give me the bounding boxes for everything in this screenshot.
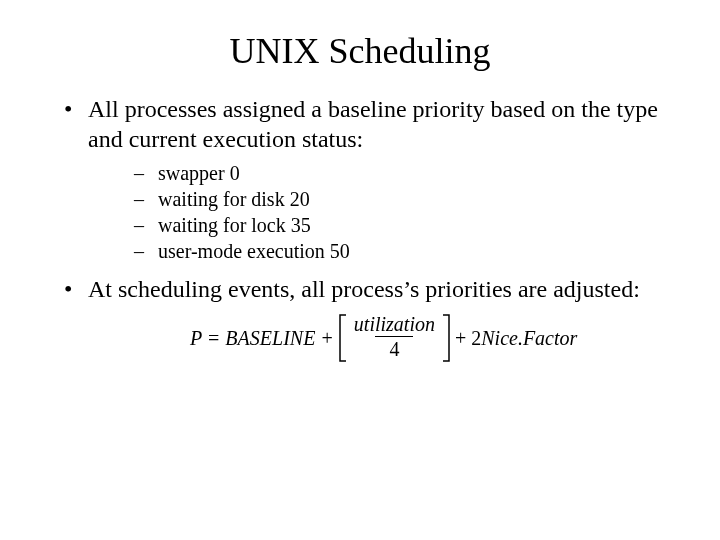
formula-rest: Nice.Factor (481, 327, 577, 349)
formula-two: 2 (471, 327, 481, 349)
sub-bullet-list: swapper 0 waiting for disk 20 waiting fo… (116, 160, 660, 264)
slide-title: UNIX Scheduling (60, 30, 660, 72)
sub-bullet-1: swapper 0 (116, 160, 660, 186)
bullet-item-1: All processes assigned a baseline priori… (60, 94, 660, 264)
formula-rhs: + 2Nice.Factor (455, 327, 577, 350)
formula-numerator: utilization (352, 314, 437, 336)
formula-plus: + (455, 327, 466, 349)
bullet-text-2: At scheduling events, all process’s prio… (88, 276, 640, 302)
right-bracket-icon (441, 314, 451, 362)
sub-list-wrap: swapper 0 waiting for disk 20 waiting fo… (88, 160, 660, 264)
priority-formula: P = BASELINE + utilization 4 + 2Nice.Fac… (190, 314, 660, 362)
formula-bracket: utilization 4 (338, 314, 451, 362)
formula-lhs: P = BASELINE + (190, 327, 334, 350)
formula-fraction: utilization 4 (348, 314, 441, 362)
left-bracket-icon (338, 314, 348, 362)
sub-bullet-4: user-mode execution 50 (116, 238, 660, 264)
bullet-item-2: At scheduling events, all process’s prio… (60, 274, 660, 304)
sub-bullet-2: waiting for disk 20 (116, 186, 660, 212)
formula-denominator: 4 (375, 336, 413, 359)
sub-bullet-3: waiting for lock 35 (116, 212, 660, 238)
bullet-list: All processes assigned a baseline priori… (60, 94, 660, 304)
slide: UNIX Scheduling All processes assigned a… (0, 0, 720, 540)
bullet-text-1: All processes assigned a baseline priori… (88, 96, 658, 152)
